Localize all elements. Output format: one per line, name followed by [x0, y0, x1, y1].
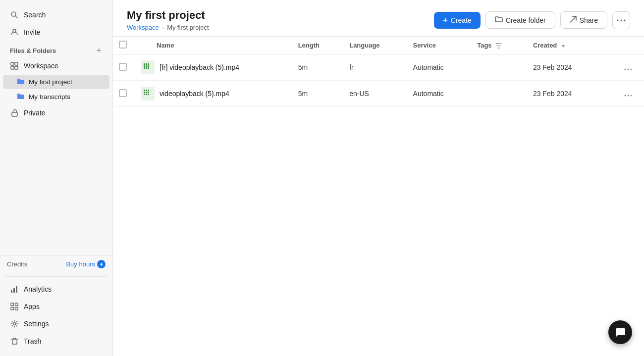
svg-point-40 [625, 95, 626, 96]
row-checkbox-cell[interactable] [113, 81, 133, 107]
row-created: 23 Feb 2024 [525, 54, 600, 81]
files-section-label: Files & Folders + [0, 41, 112, 57]
select-all-checkbox[interactable] [119, 41, 127, 49]
col-language: Language [341, 37, 405, 54]
svg-rect-22 [144, 65, 145, 67]
search-label: Search [24, 11, 46, 19]
folder-icon-create [495, 16, 503, 24]
row-language: fr [341, 54, 405, 81]
tree-item-label-my-first-project: My first project [29, 78, 72, 86]
row-service: Automatic [405, 81, 470, 107]
row-tags [469, 81, 525, 107]
svg-rect-27 [148, 67, 149, 69]
invite-icon [10, 28, 19, 37]
col-created: Created [525, 37, 600, 54]
sidebar-top: Search Invite Files & Folders + [0, 4, 112, 254]
create-button[interactable]: + Create [434, 12, 480, 29]
breadcrumb-workspace-link[interactable]: Workspace [127, 24, 159, 31]
row-file-name: [fr] videoplayback (5).mp4 [160, 63, 239, 71]
svg-rect-11 [11, 303, 14, 306]
buy-hours-button[interactable]: Buy hours + [66, 260, 106, 268]
sidebar-tree-item-my-transcripts[interactable]: My transcripts [3, 90, 109, 104]
settings-label: Settings [24, 320, 49, 328]
header: My first project Workspace › My first pr… [113, 0, 644, 37]
row-language: en-US [341, 81, 405, 107]
row-checkbox[interactable] [119, 89, 127, 97]
svg-point-15 [13, 323, 16, 325]
breadcrumb-separator: › [162, 24, 164, 31]
sidebar-item-private[interactable]: Private [3, 104, 109, 121]
sidebar-item-search[interactable]: Search [3, 6, 109, 23]
sidebar-item-apps[interactable]: Apps [3, 298, 109, 315]
share-button-label: Share [580, 16, 598, 24]
sidebar-tree-item-my-first-project[interactable]: My first project [3, 75, 109, 89]
credits-label: Credits [7, 260, 27, 268]
row-tags [469, 54, 525, 81]
sidebar: Search Invite Files & Folders + [0, 0, 113, 356]
row-checkbox[interactable] [119, 63, 127, 71]
svg-rect-38 [146, 94, 147, 95]
header-select-all[interactable] [113, 37, 133, 54]
svg-rect-37 [144, 94, 145, 95]
header-actions: + Create Create folder Share [434, 11, 630, 29]
page-title: My first project [127, 9, 209, 22]
search-icon [10, 10, 19, 19]
row-more-button[interactable] [620, 61, 636, 74]
buy-hours-plus-icon: + [97, 260, 106, 268]
svg-rect-33 [148, 90, 149, 91]
col-length: Length [290, 37, 342, 54]
sidebar-bottom: Credits Buy hours + Analytics [0, 254, 112, 352]
sidebar-item-workspace[interactable]: Workspace [3, 57, 109, 74]
file-table: Name Length Language Service Tags [113, 37, 644, 107]
tree-item-label-my-transcripts: My transcripts [29, 93, 70, 101]
apps-icon [10, 302, 19, 311]
svg-point-41 [628, 95, 629, 96]
sidebar-item-analytics[interactable]: Analytics [3, 281, 109, 298]
svg-rect-32 [146, 90, 147, 91]
svg-rect-20 [146, 63, 147, 65]
svg-rect-31 [144, 90, 145, 91]
private-icon [10, 108, 19, 117]
col-tags: Tags [469, 37, 525, 54]
svg-rect-25 [144, 67, 145, 69]
tags-filter-icon[interactable] [495, 42, 502, 49]
chat-bubble-button[interactable] [608, 320, 632, 344]
col-name: Name [133, 37, 290, 54]
svg-rect-24 [148, 65, 149, 67]
more-options-button[interactable] [612, 11, 630, 29]
svg-rect-5 [11, 66, 14, 69]
breadcrumb-current: My first project [167, 24, 209, 31]
folder-icon-my-transcripts [17, 93, 25, 101]
svg-point-2 [13, 29, 16, 32]
sidebar-item-invite[interactable]: Invite [3, 24, 109, 41]
file-table-container: Name Length Language Service Tags [113, 37, 644, 356]
svg-rect-21 [148, 63, 149, 65]
svg-rect-3 [11, 62, 14, 65]
col-service: Service [405, 37, 470, 54]
create-button-label: Create [451, 16, 472, 24]
svg-point-18 [624, 19, 626, 21]
svg-rect-7 [12, 112, 17, 116]
apps-label: Apps [24, 303, 40, 310]
folder-icon-my-first-project [17, 78, 25, 86]
add-folder-button[interactable]: + [95, 46, 103, 55]
created-sort-icon[interactable] [561, 43, 566, 49]
breadcrumb: Workspace › My first project [127, 24, 209, 31]
row-name-cell: videoplayback (5).mp4 [133, 81, 290, 107]
svg-point-29 [628, 68, 629, 70]
sidebar-item-settings[interactable]: Settings [3, 315, 109, 332]
create-folder-button[interactable]: Create folder [485, 11, 555, 29]
sidebar-item-trash[interactable]: Trash [3, 333, 109, 350]
create-plus-icon: + [443, 16, 447, 25]
invite-label: Invite [24, 28, 40, 36]
trash-label: Trash [24, 337, 41, 345]
svg-rect-39 [148, 94, 149, 95]
file-icon [141, 60, 155, 74]
svg-point-30 [631, 68, 632, 70]
share-button[interactable]: Share [560, 11, 607, 29]
row-checkbox-cell[interactable] [113, 54, 133, 81]
svg-rect-12 [15, 303, 18, 306]
row-more-button[interactable] [620, 88, 636, 100]
row-actions-cell [600, 54, 644, 81]
svg-point-16 [617, 19, 619, 21]
